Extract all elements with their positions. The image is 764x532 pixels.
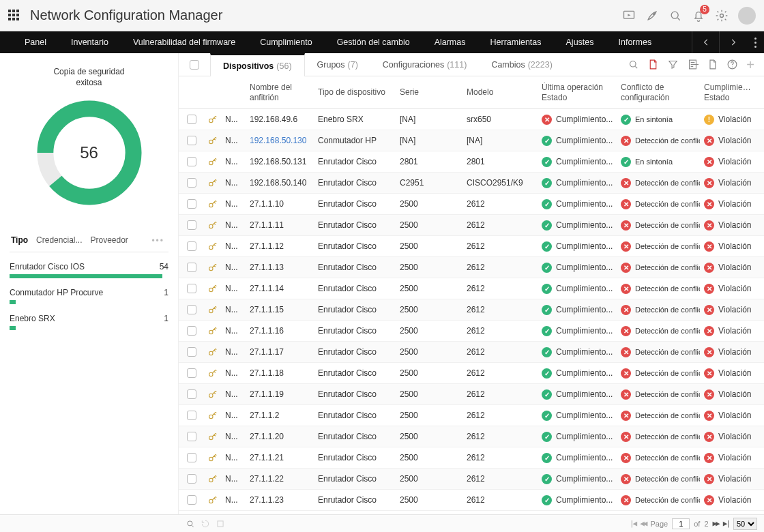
row-checkbox[interactable] [187, 263, 196, 272]
mainnav-item[interactable]: Inventario [59, 31, 121, 53]
row-host[interactable]: 27.1.1.16 [246, 326, 314, 336]
row-host[interactable]: 27.1.1.14 [246, 284, 314, 293]
add-icon[interactable]: + [746, 58, 754, 72]
pager-prev-icon[interactable]: ◀◀ [640, 519, 646, 528]
table-row[interactable]: N... 192.168.50.131 Enrutador Cisco 2801… [179, 151, 764, 173]
key-icon[interactable] [207, 346, 218, 357]
row-host[interactable]: 27.1.1.2 [246, 411, 314, 420]
table-row[interactable]: N... 27.1.1.19 Enrutador Cisco 2500 2612… [179, 384, 764, 405]
col-conf[interactable]: Conflicto de configuración [617, 83, 700, 102]
key-icon[interactable] [207, 431, 218, 442]
table-row[interactable]: N... 27.1.1.21 Enrutador Cisco 2500 2612… [179, 447, 764, 469]
nav-prev-icon[interactable] [692, 31, 719, 53]
mainnav-item[interactable]: Vulnerabilidad del firmware [121, 31, 248, 53]
side-tab-more-icon[interactable]: ••• [147, 236, 168, 246]
key-icon[interactable] [207, 283, 218, 294]
table-row[interactable]: N... 27.1.1.13 Enrutador Cisco 2500 2612… [179, 257, 764, 278]
key-icon[interactable] [207, 389, 218, 400]
bell-icon[interactable]: 5 [692, 9, 705, 23]
table-row[interactable]: N... 192.168.50.140 Enrutador Cisco C295… [179, 173, 764, 194]
col-serie[interactable]: Serie [396, 87, 462, 97]
row-host[interactable]: 27.1.1.11 [246, 220, 314, 230]
col-type[interactable]: Tipo de dispositivo [314, 87, 396, 97]
row-checkbox[interactable] [187, 115, 196, 124]
table-row[interactable]: N... 27.1.1.14 Enrutador Cisco 2500 2612… [179, 278, 764, 299]
subtab-dispositivos[interactable]: Dispositivos(56) [210, 53, 305, 76]
help-icon[interactable] [726, 59, 738, 70]
apps-grid-icon[interactable] [8, 10, 20, 22]
row-checkbox[interactable] [187, 241, 196, 251]
kebab-icon[interactable] [746, 31, 764, 53]
key-icon[interactable] [207, 114, 218, 125]
row-checkbox[interactable] [187, 368, 196, 378]
row-checkbox[interactable] [187, 178, 196, 188]
side-tab-tipo[interactable]: Tipo [10, 230, 35, 252]
table-row[interactable]: N... 27.1.1.23 Enrutador Cisco 2500 2612… [179, 490, 764, 511]
table-row[interactable]: N... 27.1.1.11 Enrutador Cisco 2500 2612… [179, 215, 764, 236]
table-search-icon[interactable] [628, 59, 639, 70]
document-icon[interactable] [707, 59, 718, 70]
type-item[interactable]: Enrutador Cisco IOS54 [10, 262, 168, 278]
key-icon[interactable] [207, 198, 218, 209]
mainnav-item[interactable]: Gestión del cambio [325, 31, 422, 53]
col-model[interactable]: Modelo [462, 87, 538, 97]
key-icon[interactable] [207, 262, 218, 273]
rocket-icon[interactable] [645, 9, 659, 23]
side-tab-credencial[interactable]: Credencial... [35, 230, 89, 252]
col-comp[interactable]: Cumplimiento Estado [700, 83, 757, 102]
col-last[interactable]: Última operación Estado [538, 83, 617, 102]
row-host[interactable]: 27.1.1.12 [246, 241, 314, 251]
row-host[interactable]: 27.1.1.18 [246, 368, 314, 378]
row-checkbox[interactable] [187, 347, 196, 357]
nav-next-icon[interactable] [719, 31, 746, 53]
mainnav-item[interactable]: Informes [606, 31, 664, 53]
mainnav-item[interactable]: Herramientas [478, 31, 553, 53]
row-checkbox[interactable] [187, 220, 196, 230]
row-host[interactable]: 192.168.50.131 [246, 157, 314, 166]
report-icon[interactable] [687, 59, 699, 70]
key-icon[interactable] [207, 220, 218, 231]
row-checkbox[interactable] [187, 432, 196, 441]
pager-page-input[interactable] [672, 518, 690, 529]
key-icon[interactable] [207, 452, 218, 463]
row-host[interactable]: 27.1.1.23 [246, 495, 314, 505]
table-row[interactable]: N... 27.1.1.16 Enrutador Cisco 2500 2612… [179, 321, 764, 342]
row-checkbox[interactable] [187, 284, 196, 293]
row-checkbox[interactable] [187, 199, 196, 209]
row-checkbox[interactable] [187, 157, 196, 166]
row-host[interactable]: 27.1.1.10 [246, 199, 314, 209]
mainnav-item[interactable]: Ajustes [554, 31, 606, 53]
row-host[interactable]: 192.168.49.6 [246, 115, 314, 124]
key-icon[interactable] [207, 494, 218, 505]
mainnav-item[interactable]: Cumplimiento [248, 31, 324, 53]
select-all-checkbox[interactable] [190, 60, 199, 70]
mainnav-item[interactable]: Alarmas [422, 31, 478, 53]
mainnav-item[interactable]: Panel [12, 31, 59, 53]
table-row[interactable]: N... 27.1.1.17 Enrutador Cisco 2500 2612… [179, 342, 764, 363]
row-checkbox[interactable] [187, 389, 196, 399]
table-row[interactable]: N... 27.1.1.22 Enrutador Cisco 2500 2612… [179, 469, 764, 490]
key-icon[interactable] [207, 325, 218, 336]
row-checkbox[interactable] [187, 474, 196, 484]
footer-refresh-icon[interactable] [201, 519, 210, 529]
row-checkbox[interactable] [187, 136, 196, 145]
key-icon[interactable] [207, 410, 218, 421]
row-host[interactable]: 27.1.1.21 [246, 453, 314, 462]
table-row[interactable]: N... 27.1.1.15 Enrutador Cisco 2500 2612… [179, 299, 764, 321]
row-host[interactable]: 192.168.50.140 [246, 178, 314, 188]
avatar[interactable] [738, 7, 756, 25]
subtab-grupos[interactable]: Grupos(7) [305, 53, 370, 76]
table-row[interactable]: N... 27.1.1.2 Enrutador Cisco 2500 2612 … [179, 405, 764, 426]
footer-expand-icon[interactable] [216, 519, 225, 529]
row-host[interactable]: 27.1.1.22 [246, 474, 314, 484]
type-item[interactable]: Conmutador HP Procurve1 [10, 288, 168, 304]
gear-icon[interactable] [715, 9, 729, 23]
row-host[interactable]: 27.1.1.20 [246, 432, 314, 441]
donut-chart[interactable]: 56 [31, 95, 147, 211]
key-icon[interactable] [207, 304, 218, 315]
row-checkbox[interactable] [187, 411, 196, 420]
key-icon[interactable] [207, 241, 218, 252]
row-host[interactable]: 27.1.1.17 [246, 347, 314, 357]
table-row[interactable]: N... 192.168.50.130 Conmutador HP [NA] [… [179, 130, 764, 151]
key-icon[interactable] [207, 473, 218, 484]
